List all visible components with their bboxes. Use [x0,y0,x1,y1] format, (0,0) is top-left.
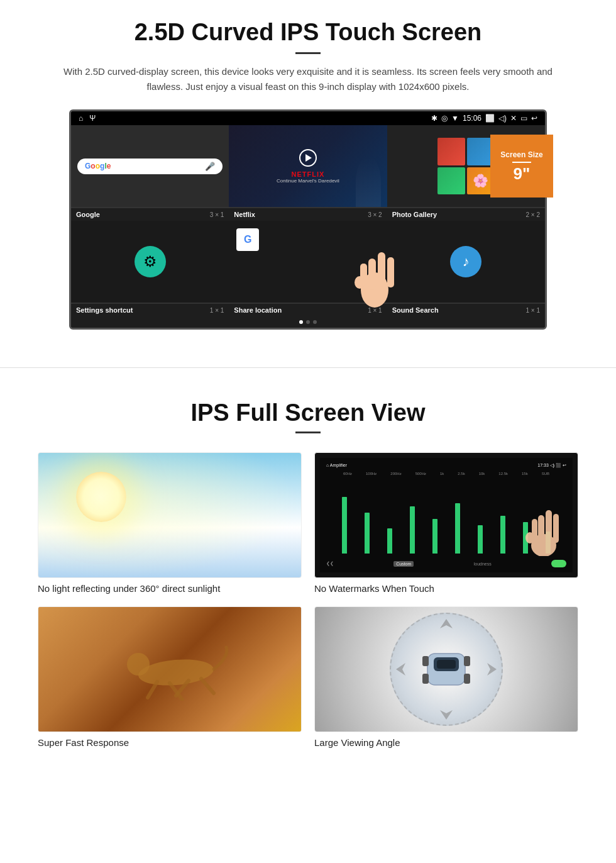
svg-point-5 [355,276,365,289]
feature-fast-response: Super Fast Response [38,606,302,748]
volume-icon: ◁) [498,114,507,123]
amplifier-image: ⌂ Amplifier 17:33 ◁) ⬛ ↩ 60Hz 100Hz 200H… [314,452,578,578]
netflix-label: Netflix [234,211,255,218]
camera-icon: ⬜ [485,114,495,123]
badge-divider [512,162,531,163]
section1-description: With 2.5D curved-display screen, this de… [63,64,553,94]
netflix-label-row: Netflix 3 × 2 [229,208,387,221]
gallery-thumb-3 [437,167,465,195]
home-icon: ⌂ [79,114,83,123]
loudness-toggle [551,560,566,567]
feature-grid: No light reflecting under 360° direct su… [38,452,578,748]
badge-title: Screen Size [500,150,542,159]
play-button [299,149,317,167]
freq-100: 100Hz [366,472,377,476]
gallery-thumb-1 [437,138,465,165]
settings-app-cell[interactable]: ⚙ [71,221,229,303]
amp-header-left: ⌂ Amplifier [326,463,347,468]
badge-size: 9" [514,165,531,182]
status-bar-right: ✱ ◎ ▼ 15:06 ⬜ ◁) ✕ ▭ ↩ [431,114,537,123]
dot-1 [299,320,303,324]
settings-size: 1 × 1 [210,307,224,314]
play-triangle-icon [305,154,312,162]
google-search-bar[interactable]: Google 🎤 [77,159,223,174]
freq-sub: SUB [542,472,549,476]
eq-bar-3 [387,528,392,554]
amp-btn-back: ❮❮ [326,561,334,566]
section1-title: 2.5D Curved IPS Touch Screen [38,19,578,46]
google-size: 3 × 1 [210,211,224,218]
viewing-angle-caption: Large Viewing Angle [314,737,578,748]
gallery-label-row: Photo Gallery 2 × 2 [387,208,545,221]
settings-label-row: Settings shortcut 1 × 1 [71,303,229,316]
screen-size-badge: Screen Size 9" [490,135,553,198]
settings-icon: ⚙ [135,246,166,277]
eq-bar-5 [432,519,437,554]
google-label: Google [76,211,100,218]
svg-rect-3 [387,257,394,287]
section-divider-hr [0,367,616,368]
mic-icon: 🎤 [205,162,215,171]
music-note-icon: ♪ [450,246,481,277]
location-icon: ◎ [441,114,448,123]
viewing-angle-arrows [390,613,503,726]
bluetooth-icon: ✱ [431,114,437,123]
page-dots [71,316,545,328]
svg-rect-7 [538,515,544,545]
settings-label: Settings shortcut [76,306,133,314]
amp-btn-custom: Custom [393,561,414,567]
svg-rect-8 [546,510,552,543]
gallery-size: 2 × 2 [525,211,540,218]
time-display: 15:06 [463,114,481,123]
freq-2k: 2.5k [458,472,465,476]
sound-label-row: Sound Search 1 × 1 [387,303,545,316]
car-view-image [314,606,578,732]
dot-3 [313,320,317,324]
freq-500: 500Hz [415,472,426,476]
svg-rect-9 [553,514,559,543]
freq-1k: 1k [440,472,444,476]
share-label: Share location [234,306,282,314]
title-divider-2 [295,432,321,433]
cheetah-silhouette [107,638,233,701]
eq-bar-7 [478,525,483,554]
hand-touch-icon [519,499,563,556]
cheetah-image [38,606,302,732]
back-icon: ↩ [531,114,537,123]
sunlight-image [38,452,302,578]
feature-sunlight: No light reflecting under 360° direct su… [38,452,302,594]
svg-line-17 [201,679,214,693]
netflix-subtitle: Continue Marvel's Daredevil [277,178,339,184]
feature-watermark: ⌂ Amplifier 17:33 ◁) ⬛ ↩ 60Hz 100Hz 200H… [314,452,578,594]
amp-label-loudness: loudness [474,562,492,566]
dot-2 [306,320,310,324]
share-location-cell[interactable]: G [229,221,387,303]
netflix-app-cell[interactable]: NETFLIX Continue Marvel's Daredevil [229,125,387,207]
section2-title: IPS Full Screen View [38,399,578,426]
netflix-size: 3 × 2 [368,211,382,218]
gallery-label: Photo Gallery [392,211,437,218]
netflix-brand: NETFLIX [292,170,325,178]
feature-viewing-angle: Large Viewing Angle [314,606,578,748]
sunlight-caption: No light reflecting under 360° direct su… [38,583,302,594]
screen-mockup-container: Screen Size 9" ⌂ Ψ ✱ ◎ ▼ 15:06 ⬜ ◁) ✕ [69,109,547,330]
google-app-cell[interactable]: Google 🎤 [71,125,229,207]
section-ips-fullscreen: IPS Full Screen View No light reflecting… [0,393,616,767]
eq-bar-8 [500,516,505,554]
status-bar-left: ⌂ Ψ [79,114,96,123]
title-divider [295,52,321,54]
sound-search-cell[interactable]: ♪ [387,221,545,303]
freq-12k: 12.5k [498,472,508,476]
usb-icon: Ψ [89,114,96,123]
watermark-caption: No Watermarks When Touch [314,583,578,594]
sound-size: 1 × 1 [525,307,540,314]
fast-response-caption: Super Fast Response [38,737,302,748]
svg-rect-2 [378,252,385,287]
maps-icon: G [236,228,259,251]
window-icon: ▭ [520,114,527,123]
eq-bar-4 [410,506,415,554]
freq-15k: 15k [522,472,528,476]
amp-header-right: 17:33 ◁) ⬛ ↩ [537,463,566,468]
svg-point-11 [525,532,534,543]
status-bar: ⌂ Ψ ✱ ◎ ▼ 15:06 ⬜ ◁) ✕ ▭ ↩ [71,111,545,125]
